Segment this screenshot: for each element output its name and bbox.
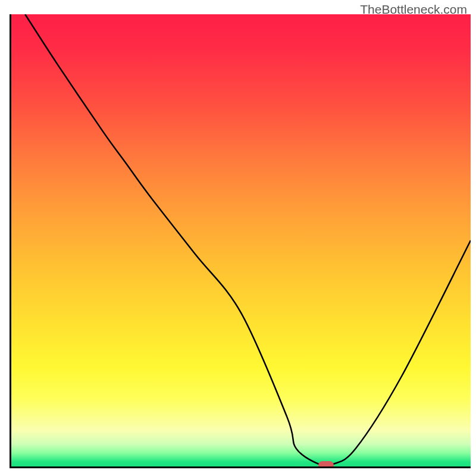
bottleneck-curve-path: [25, 14, 471, 466]
watermark-text: TheBottleneck.com: [360, 2, 467, 17]
optimum-marker: [318, 461, 334, 468]
plot-area: [10, 14, 471, 468]
chart-container: TheBottleneck.com: [0, 0, 476, 476]
curve-svg: [11, 14, 471, 466]
